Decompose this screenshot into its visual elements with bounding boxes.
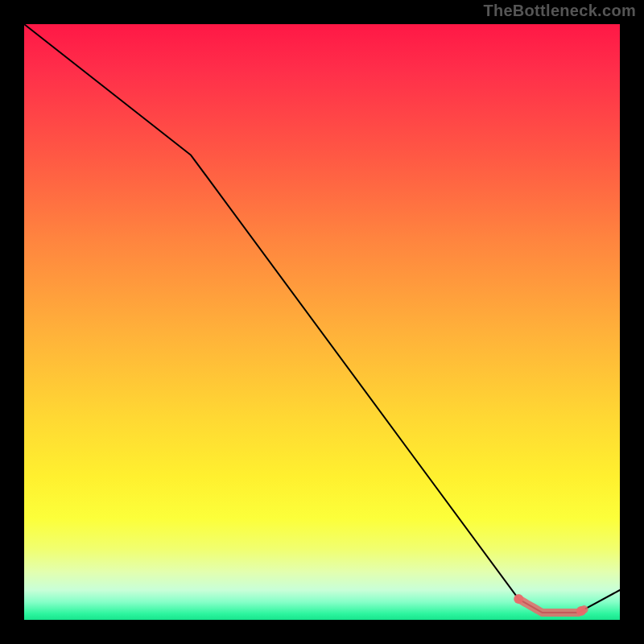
bottleneck-curve <box>24 24 620 613</box>
marker-start <box>514 594 523 604</box>
chart-frame: TheBottleneck.com <box>0 0 644 644</box>
marker-end <box>576 606 586 616</box>
watermark-text: TheBottleneck.com <box>483 2 636 20</box>
optimal-range-halo <box>518 599 584 613</box>
plot-area <box>24 24 620 620</box>
chart-svg <box>24 24 620 620</box>
